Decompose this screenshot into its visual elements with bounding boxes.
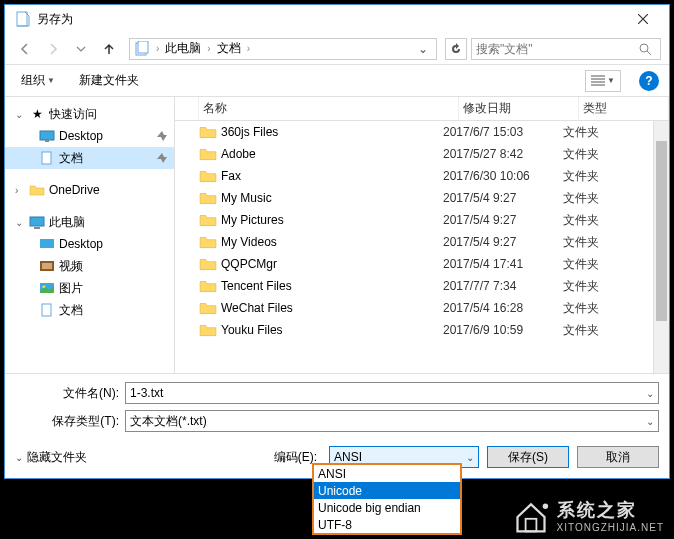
svg-rect-7 [30, 217, 44, 226]
folder-icon [199, 299, 217, 317]
file-row[interactable]: QQPCMgr2017/5/4 17:41文件夹 [175, 253, 653, 275]
svg-rect-4 [40, 131, 54, 140]
file-name: My Pictures [221, 213, 443, 227]
column-name[interactable]: 名称 [199, 97, 459, 120]
new-folder-button[interactable]: 新建文件夹 [73, 68, 145, 93]
watermark-url: XITONGZHIJIA.NET [557, 522, 665, 534]
file-row[interactable]: 360js Files2017/6/7 15:03文件夹 [175, 121, 653, 143]
encoding-option[interactable]: Unicode big endian [314, 499, 460, 516]
expand-icon: › [15, 185, 25, 196]
save-button[interactable]: 保存(S) [487, 446, 569, 468]
back-button[interactable] [13, 37, 37, 61]
recent-button[interactable] [69, 37, 93, 61]
nav-bar: › 此电脑 › 文档 › ⌄ [5, 33, 669, 65]
sidebar-onedrive[interactable]: ›OneDrive [5, 179, 174, 201]
file-type: 文件夹 [563, 190, 653, 207]
up-button[interactable] [97, 37, 121, 61]
pin-icon [156, 152, 168, 164]
file-row[interactable]: Adobe2017/5/27 8:42文件夹 [175, 143, 653, 165]
file-date: 2017/5/27 8:42 [443, 147, 563, 161]
list-view-icon [591, 75, 605, 87]
search-input[interactable] [476, 42, 638, 56]
file-name: Adobe [221, 147, 443, 161]
file-date: 2017/5/4 9:27 [443, 235, 563, 249]
folder-icon [199, 233, 217, 251]
search-box[interactable] [471, 38, 661, 60]
sidebar-quick-access[interactable]: ⌄★快速访问 [5, 103, 174, 125]
view-options-button[interactable]: ▼ [585, 70, 621, 92]
titlebar: 另存为 [5, 5, 669, 33]
file-row[interactable]: Tencent Files2017/7/7 7:34文件夹 [175, 275, 653, 297]
window-title: 另存为 [37, 11, 620, 28]
encoding-dropdown: ANSIUnicodeUnicode big endianUTF-8 [312, 463, 462, 535]
file-date: 2017/7/7 7:34 [443, 279, 563, 293]
help-button[interactable]: ? [639, 71, 659, 91]
file-row[interactable]: Youku Files2017/6/9 10:59文件夹 [175, 319, 653, 341]
filetype-select[interactable]: 文本文档(*.txt)⌄ [125, 410, 659, 432]
sidebar-pc-videos[interactable]: 视频 [5, 255, 174, 277]
sidebar-desktop[interactable]: Desktop [5, 125, 174, 147]
watermark: 系统之家 XITONGZHIJIA.NET [513, 499, 665, 535]
sidebar-documents[interactable]: 文档 [5, 147, 174, 169]
sidebar: ⌄★快速访问 Desktop 文档 ›OneDrive ⌄此电脑 Desktop… [5, 97, 175, 373]
file-date: 2017/5/4 17:41 [443, 257, 563, 271]
encoding-option[interactable]: UTF-8 [314, 516, 460, 533]
organize-menu[interactable]: 组织▼ [15, 68, 61, 93]
sidebar-pc-desktop[interactable]: Desktop [5, 233, 174, 255]
filename-label: 文件名(N): [15, 385, 125, 402]
file-date: 2017/6/9 10:59 [443, 323, 563, 337]
file-type: 文件夹 [563, 256, 653, 273]
file-name: QQPCMgr [221, 257, 443, 271]
folder-icon [199, 211, 217, 229]
refresh-button[interactable] [445, 38, 467, 60]
scrollbar[interactable] [653, 121, 669, 373]
scroll-thumb[interactable] [656, 141, 667, 321]
close-button[interactable] [620, 5, 665, 33]
pc-icon [29, 214, 45, 230]
file-row[interactable]: WeChat Files2017/5/4 16:28文件夹 [175, 297, 653, 319]
breadcrumb: › 此电脑 › 文档 › [156, 38, 408, 59]
forward-button[interactable] [41, 37, 65, 61]
address-dropdown[interactable]: ⌄ [414, 42, 432, 56]
svg-rect-8 [34, 227, 40, 229]
list-header: 名称 修改日期 类型 [175, 97, 669, 121]
videos-icon [39, 258, 55, 274]
crumb-this-pc[interactable]: 此电脑 [161, 38, 205, 59]
column-date[interactable]: 修改日期 [459, 97, 579, 120]
filetype-label: 保存类型(T): [15, 413, 125, 430]
sidebar-pc-documents[interactable]: 文档 [5, 299, 174, 321]
file-type: 文件夹 [563, 168, 653, 185]
chevron-down-icon: ⌄ [646, 388, 654, 399]
pictures-icon [39, 280, 55, 296]
address-bar[interactable]: › 此电脑 › 文档 › ⌄ [129, 38, 437, 60]
encoding-option[interactable]: Unicode [314, 482, 460, 499]
hide-folders-toggle[interactable]: ⌄隐藏文件夹 [15, 449, 87, 466]
chevron-down-icon: ▼ [47, 76, 55, 85]
folder-icon [199, 167, 217, 185]
collapse-icon: ⌄ [15, 109, 25, 120]
watermark-title: 系统之家 [557, 500, 665, 522]
sidebar-pc-pictures[interactable]: 图片 [5, 277, 174, 299]
file-row[interactable]: My Music2017/5/4 9:27文件夹 [175, 187, 653, 209]
file-row[interactable]: My Pictures2017/5/4 9:27文件夹 [175, 209, 653, 231]
desktop-icon [39, 236, 55, 252]
file-type: 文件夹 [563, 234, 653, 251]
cancel-button[interactable]: 取消 [577, 446, 659, 468]
column-type[interactable]: 类型 [579, 97, 669, 120]
file-row[interactable]: Fax2017/6/30 10:06文件夹 [175, 165, 653, 187]
file-list: 名称 修改日期 类型 360js Files2017/6/7 15:03文件夹A… [175, 97, 669, 373]
file-row[interactable]: My Videos2017/5/4 9:27文件夹 [175, 231, 653, 253]
save-as-dialog: 另存为 › 此电脑 › 文档 › ⌄ 组织▼ 新建文件夹 [4, 4, 670, 479]
file-name: 360js Files [221, 125, 443, 139]
file-type: 文件夹 [563, 146, 653, 163]
sidebar-this-pc[interactable]: ⌄此电脑 [5, 211, 174, 233]
chevron-down-icon: ▼ [607, 76, 615, 85]
chevron-down-icon: ⌄ [466, 452, 474, 463]
encoding-option[interactable]: ANSI [314, 465, 460, 482]
filename-input[interactable]: 1-3.txt⌄ [125, 382, 659, 404]
collapse-icon: ⌄ [15, 452, 23, 463]
crumb-documents[interactable]: 文档 [213, 38, 245, 59]
list-body: 360js Files2017/6/7 15:03文件夹Adobe2017/5/… [175, 121, 653, 373]
file-date: 2017/5/4 9:27 [443, 191, 563, 205]
documents-icon [39, 302, 55, 318]
